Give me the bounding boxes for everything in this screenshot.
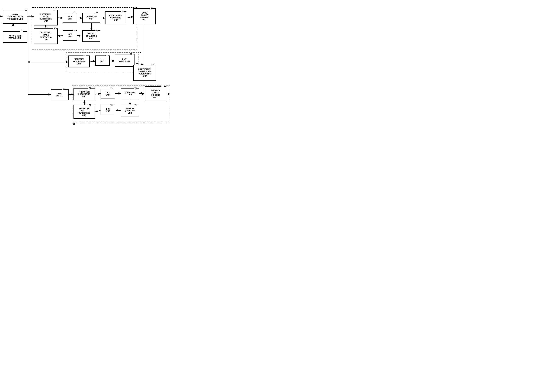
quantizing-unit-23: QUANTIZING UNIT [82, 13, 101, 23]
id-40: 40 [150, 7, 153, 9]
id-61: 61 [83, 55, 86, 56]
id-24: 24 [95, 29, 98, 31]
inverse-quantizing-74: INVERSE QUANTIZING UNIT [121, 105, 139, 116]
id-22: 22 [73, 12, 76, 14]
predictive-image-26: PREDICTIVE IMAGE GENERATING UNIT [34, 28, 58, 44]
group-20-id: 10 [55, 7, 58, 9]
id-73: 73 [134, 87, 137, 89]
dct-unit-62: DCT UNIT [95, 56, 110, 66]
id-65: 65 [151, 63, 154, 66]
prediction-processing-61: PREDICTION PROCESSING UNIT [68, 56, 90, 67]
code-length-unit: CODE LENGTH COMPUTING UNIT [105, 11, 126, 24]
quantization-info-unit: QUANTIZATION INFORMATION DETERMINING UNI… [133, 65, 156, 81]
variable-length-unit: VARIABLE LENGTH ENCODING UNIT [145, 86, 166, 101]
group-70-label: 70 [73, 123, 76, 126]
prediction-mode-unit: PREDICTION MODE DETERMINING UNIT [34, 10, 58, 26]
inverse-quantizing-24: INVERSE QUANTIZING UNIT [82, 30, 101, 42]
prediction-processing-71: PREDICTION PROCESSING UNIT [73, 88, 95, 100]
id-27: 27 [121, 10, 124, 13]
group-60-label: 60 [138, 51, 141, 54]
id-21: 21 [53, 9, 56, 11]
id-26: 26 [53, 28, 56, 29]
delay-buffer: DELAY BUFFER [51, 89, 69, 100]
dct-unit-72: DCT UNIT [101, 89, 115, 99]
id-71: 71 [88, 87, 91, 89]
image-rearrangement-unit: IMAGE REARRANGEMENT PROCESSING UNIT [3, 10, 27, 24]
id-72: 72 [110, 88, 113, 90]
id-63: 63 [130, 53, 133, 55]
quantizing-unit-73: QUANTIZING UNIT [121, 88, 139, 99]
id-77: 77 [161, 85, 164, 87]
id-75: 75 [110, 104, 113, 106]
id-76: 76 [88, 104, 91, 106]
svg-point-32 [28, 61, 30, 63]
id-25: 25 [73, 29, 76, 31]
id-23: 23 [95, 12, 98, 14]
svg-point-31 [28, 94, 30, 95]
dct-unit-22: DCT UNIT [63, 13, 77, 23]
predictive-image-76: PREDICTIVE IMAGE GENERATING UNIT [73, 105, 95, 119]
id-62: 62 [105, 55, 108, 56]
code-amount-unit: CODE AMOUNT CONTROL UNIT [133, 8, 156, 24]
id-74: 74 [134, 104, 137, 106]
idct-unit-75: IDCT UNIT [101, 105, 115, 115]
picture-type-unit: PICTURE-TYPE SETTING UNIT [3, 31, 27, 43]
back-search-unit: BACK SEARCH UNIT [115, 54, 135, 67]
idct-unit-25: IDCT UNIT [63, 30, 77, 41]
block-diagram: 20 10 60 70 IMAGE REARRANGEMENT PROCESSI… [0, 0, 246, 133]
id-50: 50 [62, 88, 65, 90]
id-11: 11 [24, 9, 27, 11]
id-12: 12 [20, 30, 23, 32]
